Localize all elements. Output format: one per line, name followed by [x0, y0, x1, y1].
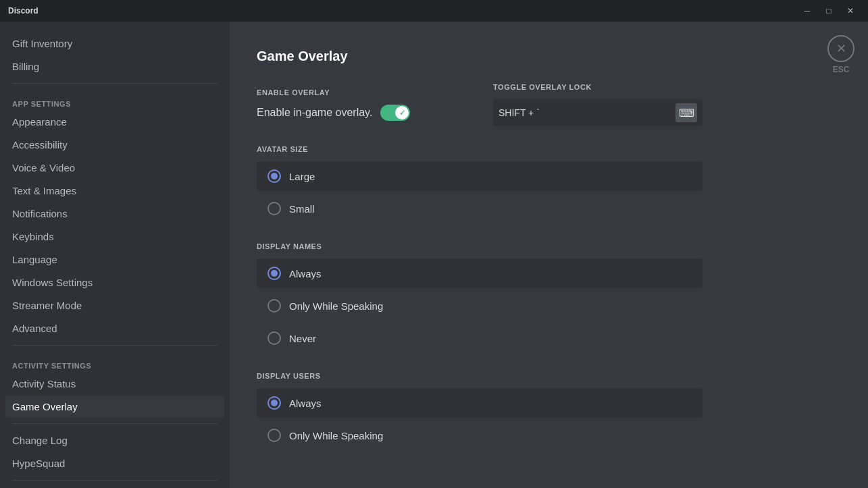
radio-inner-names-always [271, 270, 278, 277]
display-names-speaking-option[interactable]: Only While Speaking [257, 291, 703, 321]
titlebar: Discord ─ □ ✕ [0, 0, 868, 22]
avatar-size-small-option[interactable]: Small [257, 194, 703, 223]
sidebar-item-text-images[interactable]: Text & Images [5, 180, 224, 202]
radio-inner-users-always [271, 400, 278, 406]
display-users-label: DISPLAY USERS [257, 372, 703, 380]
avatar-small-label: Small [289, 203, 315, 215]
toggle-knob: ✓ [395, 106, 409, 119]
app-settings-label: APP SETTINGS [5, 89, 224, 111]
activity-settings-label: ACTIVITY SETTINGS [5, 351, 224, 373]
keybind-value: SHIFT + ` [499, 107, 675, 118]
sidebar-divider-3 [12, 423, 218, 424]
esc-circle-icon: ✕ [827, 35, 854, 62]
display-users-always-option[interactable]: Always [257, 388, 703, 418]
content-inner: Game Overlay ENABLE OVERLAY Enable in-ga… [230, 22, 730, 488]
maximize-button[interactable]: □ [819, 4, 838, 18]
display-names-never-label: Never [289, 333, 316, 344]
esc-button[interactable]: ✕ ESC [827, 35, 854, 74]
avatar-large-label: Large [289, 171, 315, 182]
display-users-always-label: Always [289, 398, 322, 409]
radio-circle-names-speaking [267, 299, 281, 313]
radio-circle-users-always [267, 396, 281, 410]
sidebar-item-hypesquad[interactable]: HypeSquad [5, 452, 224, 475]
enable-overlay-text: Enable in-game overlay. [257, 107, 372, 119]
sidebar-item-language[interactable]: Language [5, 248, 224, 271]
sidebar-item-streamer-mode[interactable]: Streamer Mode [5, 294, 224, 317]
radio-circle-users-speaking [267, 429, 281, 442]
sidebar-item-appearance[interactable]: Appearance [5, 111, 224, 133]
close-button[interactable]: ✕ [841, 4, 860, 18]
sidebar-item-voice-video[interactable]: Voice & Video [5, 157, 224, 179]
sidebar-item-billing[interactable]: Billing [5, 55, 224, 78]
sidebar-item-accessibility[interactable]: Accessibility [5, 134, 224, 156]
sidebar-divider-2 [12, 345, 218, 346]
display-names-always-option[interactable]: Always [257, 259, 703, 288]
avatar-size-label: AVATAR SIZE [257, 145, 703, 153]
sidebar-item-windows-settings[interactable]: Windows Settings [5, 271, 224, 294]
radio-circle-small [267, 202, 281, 215]
sidebar-item-game-overlay[interactable]: Game Overlay [5, 396, 224, 418]
avatar-size-section: AVATAR SIZE Large Small [257, 145, 703, 223]
enable-overlay-label: ENABLE OVERLAY [257, 88, 453, 97]
toggle-check-icon: ✓ [399, 109, 405, 117]
display-users-speaking-label: Only While Speaking [289, 430, 383, 441]
avatar-size-large-option[interactable]: Large [257, 161, 703, 191]
keybind-keyboard-button[interactable]: ⌨ [675, 103, 697, 122]
sidebar-divider [12, 83, 218, 84]
enable-overlay-row: ENABLE OVERLAY Enable in-game overlay. ✓… [257, 83, 703, 126]
display-names-never-option[interactable]: Never [257, 323, 703, 353]
display-users-section: DISPLAY USERS Always Only While Speaking [257, 372, 703, 450]
radio-circle-names-never [267, 331, 281, 345]
sidebar-item-change-log[interactable]: Change Log [5, 429, 224, 452]
page-title: Game Overlay [257, 49, 703, 64]
sidebar-item-keybinds[interactable]: Keybinds [5, 225, 224, 248]
keybind-box[interactable]: SHIFT + ` ⌨ [493, 99, 703, 126]
display-names-section: DISPLAY NAMES Always Only While Speaking… [257, 242, 703, 353]
content-area: ✕ ESC Game Overlay ENABLE OVERLAY Enable… [230, 22, 868, 488]
radio-circle-large [267, 169, 281, 183]
radio-inner-large [271, 173, 278, 180]
enable-overlay-toggle[interactable]: ✓ [380, 105, 410, 121]
display-users-speaking-option[interactable]: Only While Speaking [257, 421, 703, 450]
radio-circle-names-always [267, 267, 281, 280]
enable-overlay-section: ENABLE OVERLAY Enable in-game overlay. ✓ [257, 88, 453, 121]
esc-label: ESC [833, 65, 850, 74]
display-names-label: DISPLAY NAMES [257, 242, 703, 250]
enable-overlay-value: Enable in-game overlay. ✓ [257, 105, 453, 121]
keyboard-icon: ⌨ [679, 107, 694, 119]
app-title: Discord [8, 6, 39, 16]
display-names-always-label: Always [289, 268, 322, 279]
sidebar-item-notifications[interactable]: Notifications [5, 202, 224, 225]
minimize-button[interactable]: ─ [798, 4, 817, 18]
sidebar-item-gift-inventory[interactable]: Gift Inventory [5, 32, 224, 55]
display-names-speaking-label: Only While Speaking [289, 300, 383, 312]
toggle-lock-label: TOGGLE OVERLAY LOCK [493, 83, 703, 91]
sidebar-divider-4 [12, 480, 218, 481]
sidebar-item-advanced[interactable]: Advanced [5, 317, 224, 340]
window-controls: ─ □ ✕ [798, 4, 860, 18]
toggle-lock-section: TOGGLE OVERLAY LOCK SHIFT + ` ⌨ [493, 83, 703, 126]
sidebar-item-activity-status[interactable]: Activity Status [5, 373, 224, 395]
sidebar: Gift Inventory Billing APP SETTINGS Appe… [0, 22, 230, 488]
main-layout: Gift Inventory Billing APP SETTINGS Appe… [0, 22, 868, 488]
